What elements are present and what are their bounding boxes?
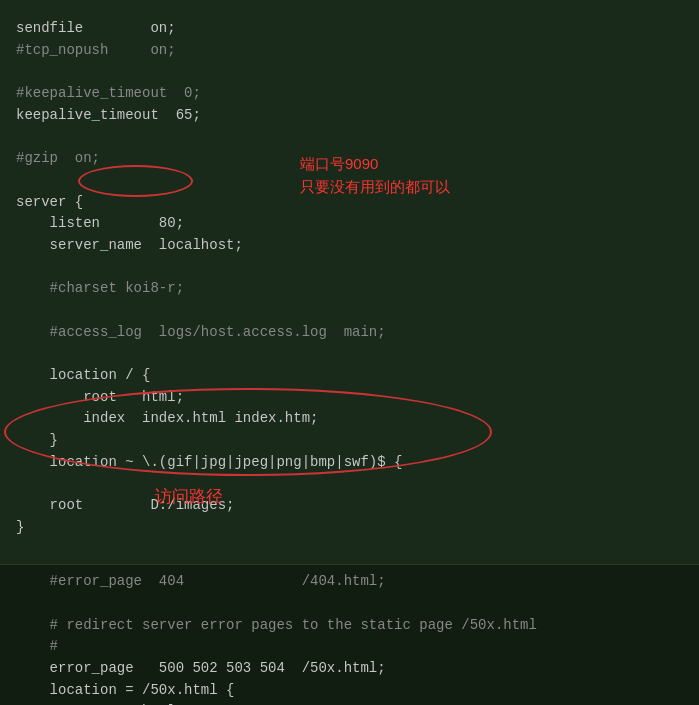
code-line: sendfile on;: [16, 18, 683, 40]
code-line: [16, 170, 683, 192]
code-line: index index.html index.htm;: [16, 408, 683, 430]
code-line: location / {: [16, 365, 683, 387]
code-line: #error_page 404 /404.html;: [16, 571, 683, 593]
code-line: location ~ \.(gif|jpg|jpeg|png|bmp|swf)$…: [16, 452, 683, 474]
code-line: #charset koi8-r;: [16, 278, 683, 300]
code-line: server {: [16, 192, 683, 214]
code-line: #access_log logs/host.access.log main;: [16, 322, 683, 344]
code-line: }: [16, 430, 683, 452]
code-line: # redirect server error pages to the sta…: [16, 615, 683, 637]
code-line: }: [16, 517, 683, 539]
code-line: [16, 126, 683, 148]
code-line: #keepalive_timeout 0;: [16, 83, 683, 105]
code-line: [16, 61, 683, 83]
code-line: error_page 500 502 503 504 /50x.html;: [16, 658, 683, 680]
code-line: root D:/images;: [16, 495, 683, 517]
code-line: #: [16, 636, 683, 658]
code-line: [16, 343, 683, 365]
code-line: [16, 257, 683, 279]
code-container: sendfile on;#tcp_nopush on; #keepalive_t…: [0, 0, 699, 705]
code-line: [16, 300, 683, 322]
code-line: root html;: [16, 701, 683, 705]
bottom-code: #error_page 404 /404.html; # redirect se…: [0, 565, 699, 705]
code-line: #tcp_nopush on;: [16, 40, 683, 62]
top-code: sendfile on;#tcp_nopush on; #keepalive_t…: [0, 8, 699, 564]
code-line: [16, 593, 683, 615]
code-line: keepalive_timeout 65;: [16, 105, 683, 127]
code-line: root html;: [16, 387, 683, 409]
code-line: [16, 473, 683, 495]
code-line: [16, 539, 683, 561]
code-line: location = /50x.html {: [16, 680, 683, 702]
code-line: server_name localhost;: [16, 235, 683, 257]
code-line: listen 80;: [16, 213, 683, 235]
code-line: #gzip on;: [16, 148, 683, 170]
